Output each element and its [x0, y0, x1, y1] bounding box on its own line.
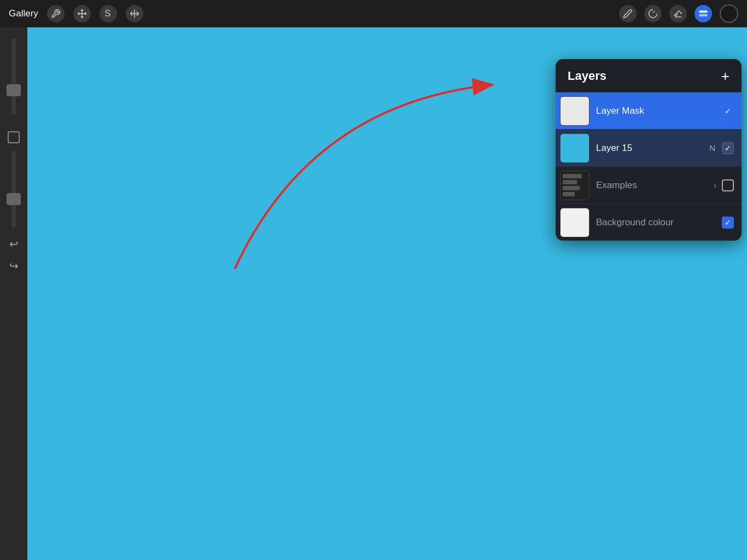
left-sidebar: ↩ ↪: [0, 27, 27, 560]
layer-row-mask[interactable]: Layer Mask ✓: [556, 92, 742, 129]
layers-panel: Layers + Layer Mask ✓ Layer 15 N ✓: [556, 59, 742, 241]
layer-mask-checkbox[interactable]: ✓: [722, 105, 734, 117]
svg-text:S: S: [104, 8, 110, 19]
selection-shape[interactable]: [8, 131, 20, 143]
layer-row-bg[interactable]: Background colour ✓: [556, 203, 742, 241]
layers-header: Layers +: [556, 59, 742, 92]
canvas[interactable]: Layers + Layer Mask ✓ Layer 15 N ✓: [27, 27, 747, 560]
layer-15-name: Layer 15: [596, 143, 709, 154]
toolbar: Gallery S: [0, 0, 747, 27]
pencil-icon[interactable]: [619, 5, 637, 22]
layer-15-thumb: [560, 133, 590, 163]
undo-button[interactable]: ↩: [6, 236, 21, 252]
layers-title: Layers: [568, 69, 606, 83]
svg-rect-6: [699, 14, 708, 16]
color-picker[interactable]: [720, 4, 738, 23]
gallery-button[interactable]: Gallery: [9, 8, 38, 19]
smudge-icon[interactable]: [644, 5, 662, 22]
brush-size-thumb[interactable]: [7, 84, 21, 96]
bg-name: Background colour: [596, 217, 722, 228]
add-layer-button[interactable]: +: [721, 69, 730, 83]
selection-icon[interactable]: [73, 5, 91, 22]
opacity-thumb[interactable]: [7, 193, 21, 205]
wrench-icon[interactable]: [47, 5, 65, 22]
examples-chevron-icon: ›: [714, 180, 716, 190]
layer-mask-thumb: [560, 96, 590, 126]
layers-panel-icon[interactable]: [695, 5, 712, 22]
layer-row-examples[interactable]: Examples ›: [556, 166, 742, 203]
layer-15-checkbox[interactable]: ✓: [722, 142, 734, 154]
toolbar-right: [619, 4, 738, 23]
opacity-slider[interactable]: [11, 151, 16, 228]
brush-size-slider[interactable]: [11, 38, 16, 115]
redo-button[interactable]: ↪: [6, 258, 21, 273]
layer-row-15[interactable]: Layer 15 N ✓: [556, 129, 742, 166]
bg-checkbox[interactable]: ✓: [722, 217, 734, 229]
toolbar-left: Gallery S: [9, 5, 143, 22]
bg-thumb: [560, 208, 590, 237]
move-icon[interactable]: [126, 5, 143, 22]
layer-15-blend: N: [709, 143, 715, 153]
examples-name: Examples: [596, 180, 714, 191]
examples-thumb: [560, 171, 590, 200]
layer-mask-name: Layer Mask: [596, 106, 722, 116]
eraser-icon[interactable]: [669, 5, 687, 22]
examples-checkbox[interactable]: [722, 179, 734, 191]
transform-icon[interactable]: S: [100, 5, 117, 22]
svg-rect-5: [699, 10, 708, 13]
